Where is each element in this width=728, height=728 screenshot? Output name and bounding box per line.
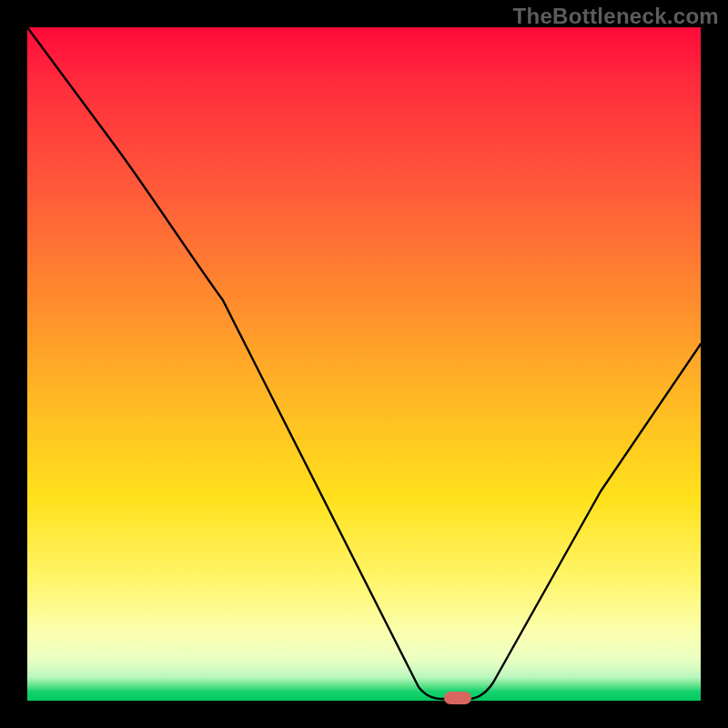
bottleneck-curve [27, 27, 701, 699]
plot-area [27, 27, 701, 701]
optimum-marker [444, 692, 471, 704]
watermark-text: TheBottleneck.com [513, 4, 719, 29]
chart-frame: TheBottleneck.com [0, 0, 728, 728]
plot-svg [27, 27, 701, 701]
